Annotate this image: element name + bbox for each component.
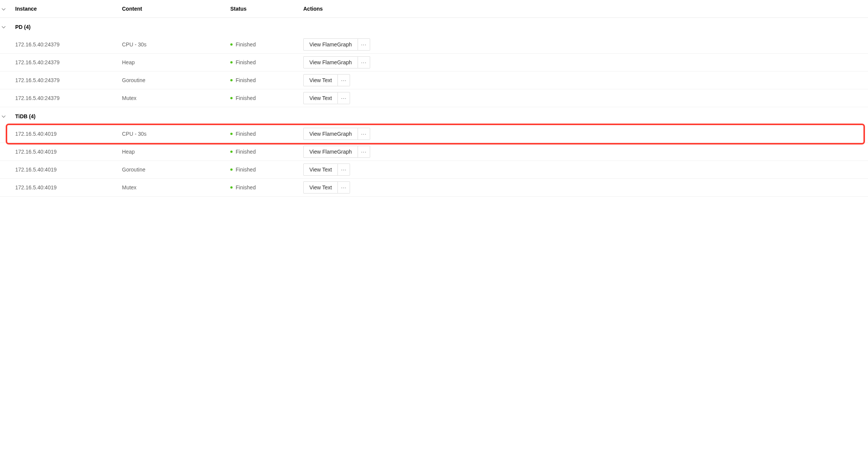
ellipsis-icon: ··· xyxy=(341,95,347,101)
status-dot-icon xyxy=(230,133,233,135)
table-row: 172.16.5.40:4019HeapFinishedView FlameGr… xyxy=(0,143,868,161)
row-actions: View FlameGraph··· xyxy=(303,128,866,140)
row-status: Finished xyxy=(230,41,303,48)
row-content: CPU - 30s xyxy=(122,41,230,48)
status-dot-icon xyxy=(230,43,233,46)
status-text: Finished xyxy=(236,59,256,65)
group-label: TiDB (4) xyxy=(15,113,122,119)
more-actions-button[interactable]: ··· xyxy=(338,92,350,104)
header-content: Content xyxy=(122,6,230,12)
more-actions-button[interactable]: ··· xyxy=(358,56,370,68)
row-content: Heap xyxy=(122,59,230,65)
view-flamegraph-button[interactable]: View FlameGraph xyxy=(303,146,358,158)
row-content: Goroutine xyxy=(122,77,230,83)
row-content: Mutex xyxy=(122,95,230,101)
row-content: Heap xyxy=(122,149,230,155)
table-row: 172.16.5.40:24379HeapFinishedView FlameG… xyxy=(0,54,868,71)
row-instance: 172.16.5.40:4019 xyxy=(15,184,122,190)
table-row: 172.16.5.40:24379MutexFinishedView Text·… xyxy=(0,89,868,107)
view-flamegraph-button[interactable]: View FlameGraph xyxy=(303,56,358,68)
row-status: Finished xyxy=(230,149,303,155)
chevron-down-icon xyxy=(2,114,6,118)
row-actions: View Text··· xyxy=(303,74,866,86)
header-expand-toggle[interactable] xyxy=(2,8,15,10)
row-instance: 172.16.5.40:24379 xyxy=(15,77,122,83)
view-flamegraph-button[interactable]: View FlameGraph xyxy=(303,38,358,51)
row-instance: 172.16.5.40:24379 xyxy=(15,41,122,48)
more-actions-button[interactable]: ··· xyxy=(358,38,370,51)
status-text: Finished xyxy=(236,77,256,83)
ellipsis-icon: ··· xyxy=(361,42,367,47)
row-actions: View Text··· xyxy=(303,164,866,176)
table-row: 172.16.5.40:4019MutexFinishedView Text··… xyxy=(0,179,868,197)
ellipsis-icon: ··· xyxy=(341,78,347,83)
row-status: Finished xyxy=(230,77,303,83)
row-status: Finished xyxy=(230,59,303,65)
table-row: 172.16.5.40:4019CPU - 30sFinishedView Fl… xyxy=(0,125,868,143)
status-dot-icon xyxy=(230,186,233,189)
status-text: Finished xyxy=(236,41,256,48)
chevron-down-icon xyxy=(2,25,6,29)
more-actions-button[interactable]: ··· xyxy=(338,164,350,176)
table-header-row: Instance Content Status Actions xyxy=(0,0,868,18)
group-label: PD (4) xyxy=(15,24,122,30)
group-header-pd[interactable]: PD (4) xyxy=(0,18,868,36)
table-row: 172.16.5.40:24379GoroutineFinishedView T… xyxy=(0,71,868,89)
header-instance: Instance xyxy=(15,6,122,12)
status-dot-icon xyxy=(230,61,233,63)
table-row: 172.16.5.40:4019GoroutineFinishedView Te… xyxy=(0,161,868,179)
group-expand-toggle[interactable] xyxy=(2,115,15,117)
ellipsis-icon: ··· xyxy=(341,167,347,172)
view-text-button[interactable]: View Text xyxy=(303,74,338,86)
group-header-tidb[interactable]: TiDB (4) xyxy=(0,107,868,125)
view-flamegraph-button[interactable]: View FlameGraph xyxy=(303,128,358,140)
ellipsis-icon: ··· xyxy=(361,60,367,65)
status-dot-icon xyxy=(230,168,233,171)
row-instance: 172.16.5.40:4019 xyxy=(15,131,122,137)
row-actions: View FlameGraph··· xyxy=(303,38,866,51)
status-text: Finished xyxy=(236,149,256,155)
ellipsis-icon: ··· xyxy=(341,185,347,190)
more-actions-button[interactable]: ··· xyxy=(358,128,370,140)
row-status: Finished xyxy=(230,167,303,173)
row-status: Finished xyxy=(230,131,303,137)
row-content: CPU - 30s xyxy=(122,131,230,137)
row-instance: 172.16.5.40:24379 xyxy=(15,95,122,101)
ellipsis-icon: ··· xyxy=(361,131,367,137)
more-actions-button[interactable]: ··· xyxy=(358,146,370,158)
status-text: Finished xyxy=(236,184,256,190)
status-text: Finished xyxy=(236,167,256,173)
row-actions: View FlameGraph··· xyxy=(303,146,866,158)
view-text-button[interactable]: View Text xyxy=(303,92,338,104)
more-actions-button[interactable]: ··· xyxy=(338,181,350,194)
view-text-button[interactable]: View Text xyxy=(303,164,338,176)
status-text: Finished xyxy=(236,131,256,137)
row-actions: View Text··· xyxy=(303,181,866,194)
status-text: Finished xyxy=(236,95,256,101)
group-expand-toggle[interactable] xyxy=(2,26,15,28)
status-dot-icon xyxy=(230,97,233,99)
row-instance: 172.16.5.40:4019 xyxy=(15,167,122,173)
row-content: Goroutine xyxy=(122,167,230,173)
more-actions-button[interactable]: ··· xyxy=(338,74,350,86)
header-actions: Actions xyxy=(303,6,866,12)
status-dot-icon xyxy=(230,151,233,153)
status-dot-icon xyxy=(230,79,233,81)
row-status: Finished xyxy=(230,95,303,101)
table-row: 172.16.5.40:24379CPU - 30sFinishedView F… xyxy=(0,36,868,54)
chevron-down-icon xyxy=(2,6,6,10)
ellipsis-icon: ··· xyxy=(361,149,367,154)
row-content: Mutex xyxy=(122,184,230,190)
header-status: Status xyxy=(230,6,303,12)
profiling-table: Instance Content Status Actions PD (4)17… xyxy=(0,0,868,197)
view-text-button[interactable]: View Text xyxy=(303,181,338,194)
row-instance: 172.16.5.40:4019 xyxy=(15,149,122,155)
row-actions: View FlameGraph··· xyxy=(303,56,866,68)
row-status: Finished xyxy=(230,184,303,190)
row-actions: View Text··· xyxy=(303,92,866,104)
row-instance: 172.16.5.40:24379 xyxy=(15,59,122,65)
